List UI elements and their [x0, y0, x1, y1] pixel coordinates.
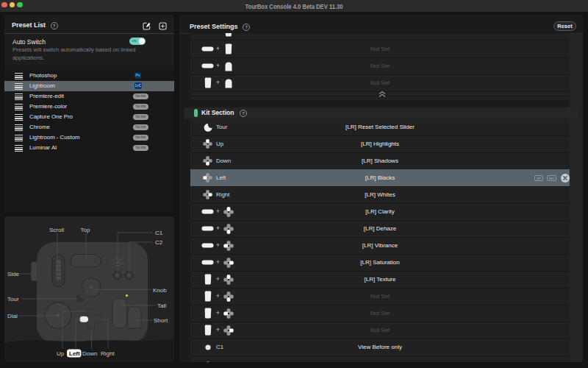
svg-text:Dial: Dial [7, 313, 18, 319]
svg-text:Down: Down [82, 350, 97, 357]
svg-text:Scroll: Scroll [49, 227, 64, 233]
svg-text:Top: Top [81, 227, 90, 233]
svg-text:C2: C2 [155, 239, 163, 246]
svg-text:Knob: Knob [153, 287, 167, 294]
svg-text:Left: Left [69, 350, 80, 357]
svg-text:Side: Side [7, 271, 20, 277]
svg-text:Short: Short [154, 317, 168, 324]
svg-text:Right: Right [101, 350, 115, 357]
svg-text:Tall: Tall [157, 302, 166, 309]
svg-text:Tour: Tour [7, 296, 19, 302]
svg-text:C1: C1 [155, 230, 163, 236]
svg-text:Up: Up [57, 350, 65, 357]
